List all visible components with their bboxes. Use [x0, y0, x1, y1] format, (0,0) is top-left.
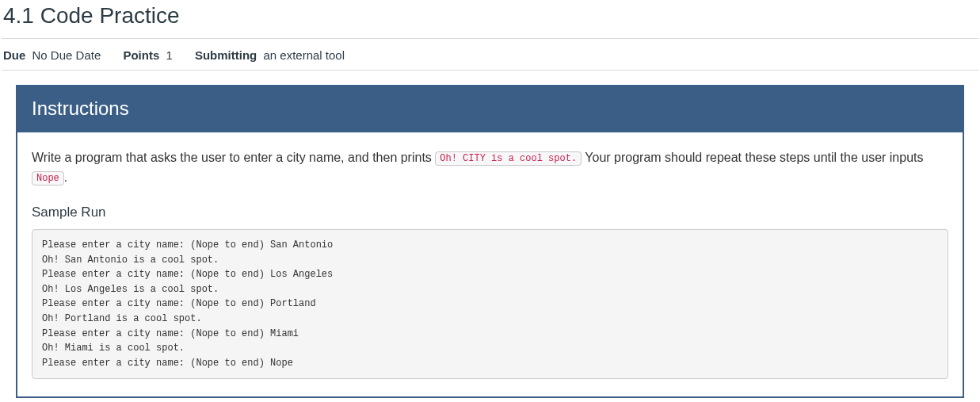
submitting-label: Submitting [195, 48, 257, 62]
sample-run-heading: Sample Run [32, 202, 948, 223]
due-label: Due [3, 48, 25, 62]
instructions-header: Instructions [17, 86, 963, 132]
instructions-body: Write a program that asks the user to en… [17, 132, 963, 396]
due-value: No Due Date [32, 48, 101, 62]
desc-post: . [64, 170, 67, 184]
page-title: 4.1 Code Practice [2, 3, 978, 29]
code-output-template: Oh! CITY is a cool spot. [435, 151, 582, 166]
desc-pre: Write a program that asks the user to en… [32, 151, 435, 164]
assignment-meta-row: Due No Due Date Points 1 Submitting an e… [2, 39, 978, 70]
code-terminator: Nope [32, 171, 64, 186]
instructions-text: Write a program that asks the user to en… [32, 148, 948, 188]
points-value: 1 [166, 48, 172, 62]
sample-run-block: Please enter a city name: (Nope to end) … [32, 229, 948, 379]
submitting-value: an external tool [263, 48, 345, 62]
points-label: Points [123, 48, 159, 62]
instructions-panel: Instructions Write a program that asks t… [16, 85, 964, 398]
divider [2, 70, 978, 71]
desc-mid: Your program should repeat these steps u… [582, 151, 923, 164]
